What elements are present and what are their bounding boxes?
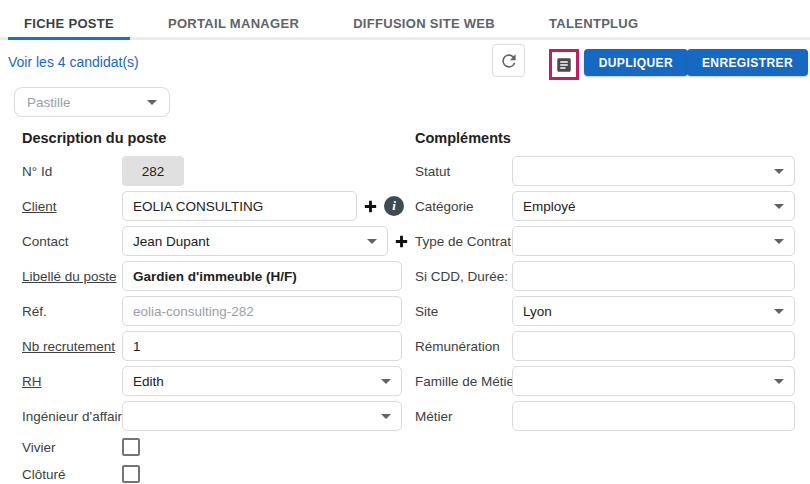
document-icon bbox=[555, 56, 573, 74]
vivier-label: Vivier bbox=[22, 440, 122, 455]
tab-portail-manager[interactable]: PORTAIL MANAGER bbox=[152, 10, 315, 37]
metier-field[interactable] bbox=[512, 401, 795, 431]
contact-value: Jean Dupant bbox=[133, 234, 210, 249]
add-client-button[interactable] bbox=[362, 198, 379, 215]
chevron-down-icon bbox=[147, 100, 157, 105]
row-contact: Contact Jean Dupant bbox=[22, 226, 412, 256]
chevron-down-icon bbox=[774, 169, 784, 174]
row-metier: Métier bbox=[415, 401, 797, 431]
categorie-select[interactable]: Employé bbox=[512, 191, 795, 221]
row-famille-metier: Famille de Métier bbox=[415, 366, 797, 396]
section-title-complements: Compléments bbox=[415, 130, 511, 146]
id-label: N° Id bbox=[22, 164, 122, 179]
row-ingenieur: Ingénieur d'affaire bbox=[22, 401, 412, 431]
ingenieur-label: Ingénieur d'affaire bbox=[22, 409, 122, 424]
metier-label: Métier bbox=[415, 409, 512, 424]
statut-label: Statut bbox=[415, 164, 512, 179]
contact-select[interactable]: Jean Dupant bbox=[122, 226, 388, 256]
tab-fiche-poste[interactable]: FICHE POSTE bbox=[8, 10, 130, 37]
section-title-description: Description du poste bbox=[22, 130, 166, 146]
row-nb-recrutement: Nb recrutement bbox=[22, 331, 412, 361]
chevron-down-icon bbox=[381, 414, 391, 419]
row-libelle: Libellé du poste bbox=[22, 261, 412, 291]
row-cloture: Clôturé bbox=[22, 463, 412, 484]
famille-metier-label: Famille de Métier bbox=[415, 374, 512, 389]
client-label[interactable]: Client bbox=[22, 199, 122, 214]
plus-icon bbox=[362, 198, 379, 215]
row-categorie: Catégorie Employé bbox=[415, 191, 797, 221]
row-rh: RH Edith bbox=[22, 366, 412, 396]
ref-label: Réf. bbox=[22, 304, 122, 319]
vivier-checkbox[interactable] bbox=[122, 438, 140, 456]
remuneration-field[interactable] bbox=[512, 331, 795, 361]
chevron-down-icon bbox=[774, 379, 784, 384]
description-column: N° Id 282 Client i Contact bbox=[22, 156, 412, 484]
row-site: Site Lyon bbox=[415, 296, 797, 326]
row-cdd-duree: Si CDD, Durée: bbox=[415, 261, 797, 291]
type-contrat-label: Type de Contrat bbox=[415, 234, 512, 249]
client-info-button[interactable]: i bbox=[384, 196, 404, 216]
chevron-down-icon bbox=[381, 379, 391, 384]
tab-talentplug[interactable]: TALENTPLUG bbox=[533, 10, 654, 37]
cdd-duree-label: Si CDD, Durée: bbox=[415, 269, 512, 284]
ref-field[interactable] bbox=[122, 296, 402, 326]
id-field: 282 bbox=[122, 156, 184, 186]
row-client: Client i bbox=[22, 191, 412, 221]
save-button[interactable]: ENREGISTRER bbox=[687, 49, 808, 76]
type-contrat-select[interactable] bbox=[512, 226, 795, 256]
tab-bar: FICHE POSTE PORTAIL MANAGER DIFFUSION SI… bbox=[0, 10, 810, 40]
chevron-down-icon bbox=[367, 239, 377, 244]
tab-diffusion-site-web[interactable]: DIFFUSION SITE WEB bbox=[337, 10, 511, 37]
rh-label[interactable]: RH bbox=[22, 374, 122, 389]
row-remuneration: Rémunération bbox=[415, 331, 797, 361]
chevron-down-icon bbox=[774, 239, 784, 244]
libelle-label[interactable]: Libellé du poste bbox=[22, 269, 122, 284]
famille-metier-select[interactable] bbox=[512, 366, 795, 396]
rh-value: Edith bbox=[133, 374, 164, 389]
chevron-down-icon bbox=[774, 204, 784, 209]
row-statut: Statut bbox=[415, 156, 797, 186]
document-button-highlighted[interactable] bbox=[549, 49, 579, 80]
cloture-label: Clôturé bbox=[22, 467, 122, 482]
row-vivier: Vivier bbox=[22, 436, 412, 458]
row-ref: Réf. bbox=[22, 296, 412, 326]
rh-select[interactable]: Edith bbox=[122, 366, 402, 396]
cdd-duree-field[interactable] bbox=[512, 261, 795, 291]
ingenieur-select[interactable] bbox=[122, 401, 402, 431]
client-field[interactable] bbox=[122, 191, 357, 221]
nb-recrutement-label[interactable]: Nb recrutement bbox=[22, 339, 122, 354]
pastille-select[interactable]: Pastille bbox=[14, 87, 170, 117]
remuneration-label: Rémunération bbox=[415, 339, 512, 354]
plus-icon bbox=[393, 233, 410, 250]
site-value: Lyon bbox=[523, 304, 552, 319]
complements-column: Statut Catégorie Employé Type de Contrat bbox=[415, 156, 797, 436]
view-candidates-link[interactable]: Voir les 4 candidat(s) bbox=[8, 54, 139, 70]
add-contact-button[interactable] bbox=[393, 233, 410, 250]
refresh-button[interactable] bbox=[492, 44, 525, 77]
fiche-poste-page: FICHE POSTE PORTAIL MANAGER DIFFUSION SI… bbox=[0, 0, 810, 484]
nb-recrutement-field[interactable] bbox=[122, 331, 402, 361]
pastille-placeholder: Pastille bbox=[27, 95, 71, 110]
refresh-icon bbox=[499, 51, 519, 71]
cloture-checkbox[interactable] bbox=[122, 465, 140, 483]
categorie-value: Employé bbox=[523, 199, 576, 214]
statut-select[interactable] bbox=[512, 156, 795, 186]
site-label: Site bbox=[415, 304, 512, 319]
row-id: N° Id 282 bbox=[22, 156, 412, 186]
categorie-label: Catégorie bbox=[415, 199, 512, 214]
libelle-field[interactable] bbox=[122, 261, 402, 291]
chevron-down-icon bbox=[774, 309, 784, 314]
row-type-contrat: Type de Contrat bbox=[415, 226, 797, 256]
duplicate-button[interactable]: DUPLIQUER bbox=[584, 49, 688, 76]
contact-label: Contact bbox=[22, 234, 122, 249]
site-select[interactable]: Lyon bbox=[512, 296, 795, 326]
